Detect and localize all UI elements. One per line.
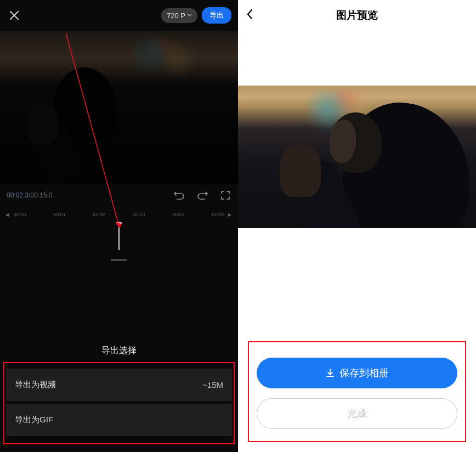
export-button[interactable]: 导出 (202, 7, 231, 24)
close-icon[interactable] (7, 8, 22, 23)
ruler-tick: 00:03 (129, 212, 149, 217)
playback-controls: 00:02.3/00:15.0 (0, 184, 238, 206)
ruler-dot: · (189, 212, 208, 217)
fullscreen-icon[interactable] (219, 189, 231, 201)
ruler-dot: · (30, 212, 49, 217)
time-total: 00:15.0 (30, 191, 52, 199)
ruler-next-icon[interactable]: ▶ (228, 212, 233, 217)
sheet-drag-handle[interactable] (111, 259, 127, 261)
ruler-tick: 00:04 (169, 212, 189, 217)
back-icon[interactable] (246, 8, 261, 22)
time-current: 00:02.3 (7, 191, 29, 199)
video-editor-screen: 720 P 导出 00:02.3/00:15.0 (0, 0, 238, 452)
video-preview[interactable] (0, 31, 238, 184)
save-label: 保存到相册 (339, 366, 389, 380)
preview-image (238, 86, 476, 228)
ruler-tick: 00:01 (49, 212, 69, 217)
preview-title: 图片预览 (261, 8, 468, 22)
dim-overlay (0, 31, 238, 184)
export-video-size: ~15M (202, 380, 223, 389)
export-sheet: 导出选择 导出为视频 ~15M 导出为GIF (0, 341, 238, 452)
control-icons (173, 189, 231, 201)
image-preview-screen: 图片预览 保存到相册 完成 (238, 0, 476, 452)
resolution-label: 720 P (167, 12, 185, 20)
done-button[interactable]: 完成 (257, 398, 457, 429)
topbar-right: 720 P 导出 (161, 7, 231, 24)
resolution-dropdown[interactable]: 720 P (161, 8, 197, 23)
ruler-tick: 00:05 (208, 212, 228, 217)
preview-topbar: 图片预览 (238, 0, 476, 31)
redo-icon[interactable] (196, 189, 208, 201)
ruler-dot: · (70, 212, 89, 217)
ruler-prev-icon[interactable]: ◀ (5, 212, 10, 217)
playhead[interactable] (118, 223, 120, 250)
export-gif-label: 导出为GIF (15, 415, 53, 425)
annotation-box-right: 保存到相册 完成 (248, 341, 466, 442)
ruler-tick: 00:00 (10, 212, 30, 217)
chevron-down-icon (188, 14, 192, 17)
timeline-track[interactable] (0, 223, 238, 267)
export-as-gif-option[interactable]: 导出为GIF (6, 404, 232, 436)
download-icon (325, 368, 335, 378)
time-display: 00:02.3/00:15.0 (7, 191, 52, 199)
export-sheet-title: 导出选择 (0, 341, 238, 362)
save-to-album-button[interactable]: 保存到相册 (257, 358, 457, 388)
ruler-tick: 00:02 (89, 212, 109, 217)
export-video-label: 导出为视频 (15, 380, 56, 390)
undo-icon[interactable] (173, 189, 185, 201)
done-label: 完成 (347, 407, 367, 420)
ruler-dot: · (149, 212, 168, 217)
ruler-dot: · (109, 212, 129, 217)
annotation-box-left: 导出为视频 ~15M 导出为GIF (3, 362, 235, 444)
export-label: 导出 (209, 11, 224, 19)
timeline-ruler[interactable]: ◀ 00:00 · 00:01 · 00:02 · 00:03 · 00:04 … (0, 206, 238, 223)
editor-topbar: 720 P 导出 (0, 0, 238, 31)
export-as-video-option[interactable]: 导出为视频 ~15M (6, 369, 232, 401)
